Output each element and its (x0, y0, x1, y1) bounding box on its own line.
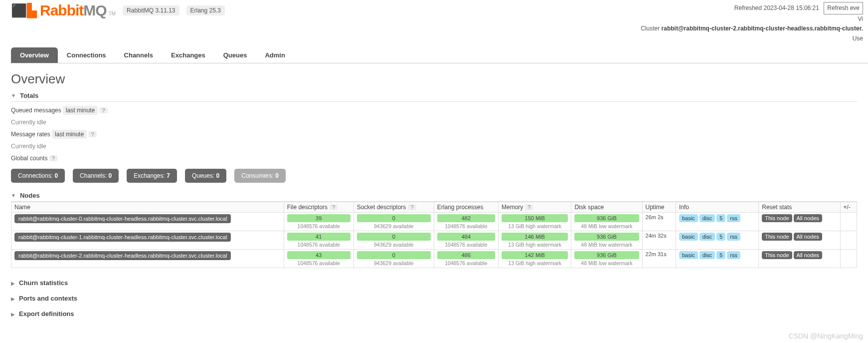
node-name-badge[interactable]: rabbit@rabbitmq-cluster-0.rabbitmq-clust… (14, 214, 231, 223)
section-totals-header[interactable]: ▼ Totals (11, 90, 857, 102)
node-name-badge[interactable]: rabbit@rabbitmq-cluster-1.rabbitmq-clust… (14, 233, 231, 242)
help-icon[interactable]: ? (99, 107, 107, 113)
tab-connections[interactable]: Connections (58, 47, 115, 63)
chevron-down-icon: ▼ (11, 193, 16, 198)
disk-value: 936 GiB (574, 251, 639, 259)
help-icon[interactable]: ? (525, 204, 533, 210)
main-tabs: Overview Connections Channels Exchanges … (11, 47, 868, 63)
tab-admin[interactable]: Admin (256, 47, 294, 63)
disk-sub: 48 MiB low watermark (574, 242, 639, 248)
collapsed-section[interactable]: ▶Churn statistics (11, 275, 857, 291)
disk-value: 936 GiB (574, 233, 639, 241)
sd-sub: 943629 available (357, 260, 431, 266)
reset-all-nodes-button[interactable]: All nodes (794, 214, 822, 222)
chevron-right-icon: ▶ (11, 296, 15, 302)
count-button: Consumers: 0 (234, 169, 286, 183)
help-icon[interactable]: ? (330, 204, 338, 210)
col-uptime: Uptime (642, 202, 676, 212)
node-name-badge[interactable]: rabbit@rabbitmq-cluster-2.rabbitmq-clust… (14, 251, 231, 260)
fd-sub: 1048576 available (287, 223, 350, 229)
info-tag[interactable]: 5 (716, 233, 725, 241)
col-name: Name (11, 202, 284, 212)
count-button[interactable]: Channels: 0 (73, 169, 119, 183)
info-tag[interactable]: rss (727, 251, 740, 259)
col-sd: Socket descriptors? (353, 202, 434, 212)
sd-value: 0 (357, 251, 431, 259)
refreshed-label: Refreshed (734, 4, 762, 11)
user-label: Use (641, 34, 863, 43)
chevron-right-icon: ▶ (11, 312, 15, 317)
col-mem: Memory? (499, 202, 571, 212)
ep-value: 482 (437, 214, 495, 222)
disk-value: 936 GiB (574, 214, 639, 222)
nodes-table: Name File descriptors? Socket descriptor… (11, 202, 857, 268)
tab-channels[interactable]: Channels (115, 47, 163, 63)
disk-sub: 48 MiB low watermark (574, 223, 639, 229)
help-icon[interactable]: ? (408, 204, 416, 210)
info-tag[interactable]: disc (699, 251, 715, 259)
col-plusminus[interactable]: +/- (840, 202, 857, 212)
fd-value: 39 (287, 214, 350, 222)
erlang-pill: Erlang 25.3 (186, 5, 225, 15)
reset-all-nodes-button[interactable]: All nodes (794, 251, 822, 259)
refresh-button[interactable]: Refresh eve (824, 2, 863, 14)
help-icon[interactable]: ? (88, 131, 96, 137)
section-nodes-header[interactable]: ▼ Nodes (11, 190, 857, 202)
refreshed-time: 2023-04-28 15:06:21 (764, 4, 819, 11)
table-row: rabbit@rabbitmq-cluster-1.rabbitmq-clust… (11, 231, 857, 249)
reset-this-node-button[interactable]: This node (762, 233, 792, 241)
queued-messages-label: Queued messages (11, 107, 61, 114)
message-rates-label: Message rates (11, 131, 50, 138)
tab-overview[interactable]: Overview (11, 47, 58, 63)
ep-sub: 1048576 available (437, 242, 495, 248)
ep-sub: 1048576 available (437, 260, 495, 266)
queued-range-pill[interactable]: last minute (63, 106, 98, 115)
section-title: Churn statistics (19, 279, 68, 287)
reset-all-nodes-button[interactable]: All nodes (794, 233, 822, 241)
reset-this-node-button[interactable]: This node (762, 251, 792, 259)
reset-buttons: This node All nodes (762, 251, 837, 259)
info-tag[interactable]: disc (699, 233, 715, 241)
info-tag[interactable]: basic (679, 214, 698, 222)
sd-value: 0 (357, 233, 431, 241)
rates-range-pill[interactable]: last minute (52, 130, 87, 139)
logo-tm: TM (109, 11, 116, 16)
col-info: Info (676, 202, 758, 212)
collapsed-section[interactable]: ▶Export definitions (11, 306, 857, 322)
info-tag[interactable]: rss (727, 233, 740, 241)
mem-value: 146 MiB (502, 233, 568, 241)
info-tag[interactable]: 5 (716, 214, 725, 222)
help-icon[interactable]: ? (49, 155, 57, 161)
col-fd: File descriptors? (284, 202, 353, 212)
tab-queues[interactable]: Queues (214, 47, 256, 63)
info-tag[interactable]: basic (679, 251, 698, 259)
tab-exchanges[interactable]: Exchanges (162, 47, 214, 63)
mem-value: 150 MiB (502, 214, 568, 222)
count-button[interactable]: Queues: 0 (185, 169, 226, 183)
col-reset: Reset stats (759, 202, 840, 212)
count-button[interactable]: Exchanges: 7 (127, 169, 177, 183)
reset-buttons: This node All nodes (762, 233, 837, 241)
info-tags: basicdisc5rss (679, 214, 755, 222)
ep-sub: 1048576 available (437, 223, 495, 229)
ep-value: 484 (437, 233, 495, 241)
fd-value: 43 (287, 251, 350, 259)
col-ep: Erlang processes (434, 202, 498, 212)
table-row: rabbit@rabbitmq-cluster-0.rabbitmq-clust… (11, 212, 857, 231)
uptime-value: 24m 32s (642, 231, 676, 249)
global-counts-label: Global counts (11, 155, 47, 162)
count-button[interactable]: Connections: 0 (11, 169, 65, 183)
info-tag[interactable]: disc (699, 214, 715, 222)
collapsed-section[interactable]: ▶Ports and contexts (11, 291, 857, 306)
fd-sub: 1048576 available (287, 242, 350, 248)
info-tag[interactable]: basic (679, 233, 698, 241)
info-tag[interactable]: 5 (716, 251, 725, 259)
rabbitmq-icon: ⬛▙ (11, 3, 37, 18)
page-title: Overview (11, 71, 868, 87)
section-totals-title: Totals (20, 92, 38, 99)
fd-value: 41 (287, 233, 350, 241)
reset-this-node-button[interactable]: This node (762, 214, 792, 222)
logo-text-mq: MQ (83, 2, 106, 19)
disk-sub: 48 MiB low watermark (574, 260, 639, 266)
info-tag[interactable]: rss (727, 214, 740, 222)
